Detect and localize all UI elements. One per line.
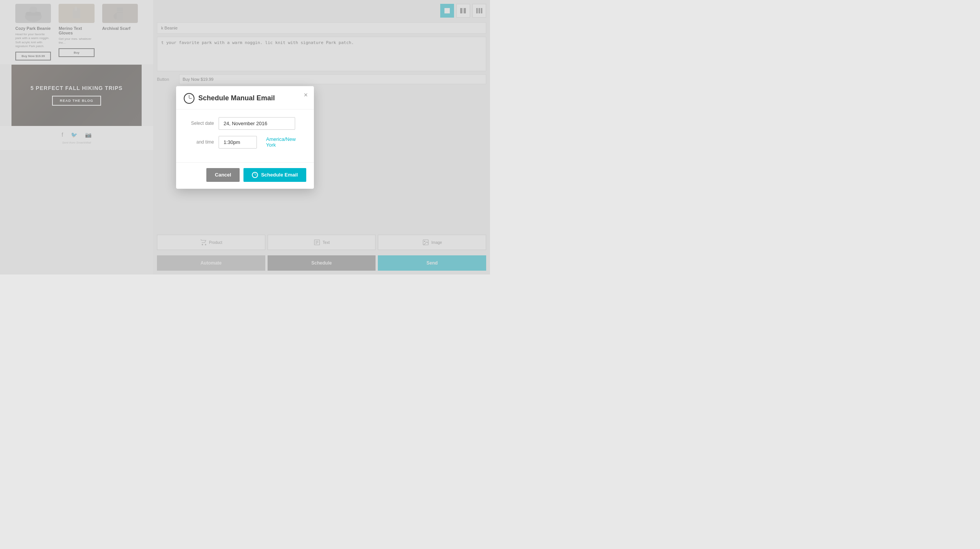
time-row: and time America/New York	[185, 136, 305, 149]
clock-icon	[184, 93, 194, 104]
time-label: and time	[185, 139, 214, 145]
time-input[interactable]	[219, 136, 257, 149]
modal-schedule-button[interactable]: Schedule Email	[243, 168, 306, 182]
modal-footer: Cancel Schedule Email	[176, 162, 314, 189]
date-label: Select date	[185, 121, 214, 126]
schedule-modal: Schedule Manual Email × Select date and …	[176, 86, 314, 189]
modal-body: Select date and time America/New York	[176, 109, 314, 162]
modal-header: Schedule Manual Email ×	[176, 86, 314, 109]
modal-cancel-button[interactable]: Cancel	[206, 168, 240, 182]
modal-close-button[interactable]: ×	[304, 92, 308, 98]
modal-overlay: Schedule Manual Email × Select date and …	[0, 0, 490, 274]
modal-title: Schedule Manual Email	[198, 94, 275, 102]
btn-clock-icon	[252, 172, 258, 178]
timezone-link[interactable]: America/New York	[266, 136, 305, 148]
modal-schedule-label: Schedule Email	[261, 172, 298, 178]
date-input[interactable]	[219, 117, 295, 130]
date-row: Select date	[185, 117, 305, 130]
